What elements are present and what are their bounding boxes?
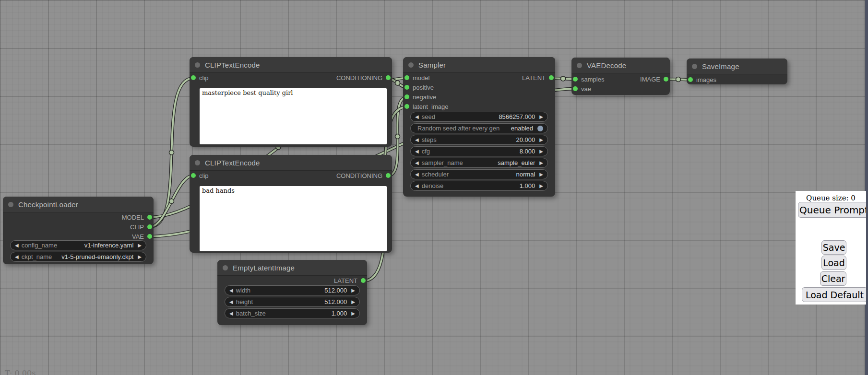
arrow-left-icon[interactable]: ◀ [415,161,419,165]
arrow-left-icon[interactable]: ◀ [229,311,233,316]
arrow-right-icon[interactable]: ▶ [351,311,355,316]
input-slot-positive[interactable]: positive [404,82,434,92]
input-slot-negative[interactable]: negative [404,92,436,102]
arrow-left-icon[interactable]: ◀ [415,149,419,154]
node-collapse-dot[interactable] [223,265,228,270]
slot-dot-icon[interactable] [404,75,409,80]
positive-prompt-textarea[interactable]: masterpiece best quality girl [200,88,387,144]
output-slot-latent[interactable]: LATENT [522,73,554,82]
slot-dot-icon[interactable] [191,173,196,178]
node-title-bar[interactable]: Sampler [403,57,555,73]
widget-seed[interactable]: ◀ seed 8566257.000 ▶ [410,112,548,122]
node-title-bar[interactable]: CheckpointLoader [3,197,154,212]
output-slot-vae[interactable]: VAE [132,232,152,241]
page-scrollbar[interactable] [865,0,868,375]
widget-scheduler[interactable]: ◀ scheduler normal ▶ [410,169,548,179]
node-title-bar[interactable]: CLIPTextEncode [190,57,392,73]
arrow-right-icon[interactable]: ▶ [539,172,543,177]
slot-dot-icon[interactable] [191,75,196,80]
input-slot-clip[interactable]: clip [191,171,209,180]
slot-dot-icon[interactable] [549,75,554,80]
input-slot-model[interactable]: model [404,73,429,82]
slot-dot-icon[interactable] [386,173,391,178]
arrow-left-icon[interactable]: ◀ [415,138,419,142]
save-button[interactable]: Save [821,240,846,255]
slot-dot-icon[interactable] [573,86,578,91]
widget-denoise[interactable]: ◀ denoise 1.000 ▶ [410,181,548,191]
output-slot-model[interactable]: MODEL [122,212,152,222]
slot-label: CONDITIONING [336,74,382,82]
node-clip-text-encode-negative[interactable]: CLIPTextEncode clip CONDITIONING bad han… [190,155,392,253]
node-title-bar[interactable]: CLIPTextEncode [190,155,392,171]
widget-sampler-name[interactable]: ◀ sampler_name sample_euler ▶ [410,158,548,168]
graph-canvas[interactable]: { "queue_panel": { "queue_size": "Queue … [0,0,868,375]
negative-prompt-textarea[interactable]: bad hands [200,186,387,251]
arrow-right-icon[interactable]: ▶ [539,115,543,119]
node-collapse-dot[interactable] [408,62,414,68]
node-empty-latent-image[interactable]: EmptyLatentImage LATENT ◀ width 512.000 … [217,260,367,325]
input-slot-vae[interactable]: vae [573,84,591,94]
widget-height[interactable]: ◀ height 512.000 ▶ [225,297,360,307]
arrow-right-icon[interactable]: ▶ [539,149,543,154]
output-slot-clip[interactable]: CLIP [130,222,152,232]
widget-steps[interactable]: ◀ steps 20.000 ▶ [410,135,548,145]
widget-batch-size[interactable]: ◀ batch_size 1.000 ▶ [225,308,360,318]
arrow-right-icon[interactable]: ▶ [539,138,543,142]
toggle-on-icon[interactable] [537,126,543,131]
slot-dot-icon[interactable] [147,234,152,239]
arrow-right-icon[interactable]: ▶ [539,184,543,188]
slot-dot-icon[interactable] [147,215,152,220]
load-button[interactable]: Load [821,256,846,270]
input-slot-samples[interactable]: samples [573,74,604,84]
node-title-bar[interactable]: EmptyLatentImage [217,260,367,276]
slot-dot-icon[interactable] [361,278,366,283]
arrow-right-icon[interactable]: ▶ [351,300,355,305]
node-collapse-dot[interactable] [692,64,697,69]
load-default-button[interactable]: Load Default [802,287,866,302]
arrow-left-icon[interactable]: ◀ [229,300,233,305]
node-collapse-dot[interactable] [8,202,13,207]
arrow-right-icon[interactable]: ▶ [351,288,355,293]
output-slot-image[interactable]: IMAGE [640,74,668,84]
slot-dot-icon[interactable] [386,75,391,80]
slot-dot-icon[interactable] [688,77,693,82]
arrow-right-icon[interactable]: ▶ [138,255,142,259]
widget-random-seed-toggle[interactable]: Random seed after every gen enabled [410,123,548,133]
arrow-left-icon[interactable]: ◀ [415,115,419,119]
output-slot-latent[interactable]: LATENT [334,276,366,285]
node-collapse-dot[interactable] [195,62,200,68]
node-title-bar[interactable]: SaveImage [687,59,787,74]
input-slot-clip[interactable]: clip [191,73,209,82]
node-vae-decode[interactable]: VAEDecode samples IMAGE vae [571,58,670,95]
arrow-right-icon[interactable]: ▶ [539,161,543,165]
arrow-left-icon[interactable]: ◀ [415,184,419,188]
node-sampler[interactable]: Sampler model LATENT positive negative l… [403,57,555,197]
arrow-left-icon[interactable]: ◀ [229,288,233,293]
arrow-left-icon[interactable]: ◀ [415,172,419,177]
queue-prompt-button[interactable]: Queue Prompt [798,202,866,218]
slot-dot-icon[interactable] [664,77,668,82]
widget-ckpt-name[interactable]: ◀ ckpt_name v1-5-pruned-emaonly.ckpt ▶ [10,252,146,262]
arrow-right-icon[interactable]: ▶ [138,243,142,248]
widget-config-name[interactable]: ◀ config_name v1-inference.yaml ▶ [10,240,146,250]
input-slot-latent-image[interactable]: latent_image [404,102,448,111]
arrow-left-icon[interactable]: ◀ [15,255,19,259]
slot-dot-icon[interactable] [573,77,578,82]
slot-dot-icon[interactable] [404,94,409,99]
slot-dot-icon[interactable] [147,224,152,229]
node-save-image[interactable]: SaveImage images [687,59,787,84]
slot-dot-icon[interactable] [404,104,409,109]
slot-dot-icon[interactable] [404,85,409,90]
input-slot-images[interactable]: images [688,75,716,84]
node-clip-text-encode-positive[interactable]: CLIPTextEncode clip CONDITIONING masterp… [190,57,392,147]
arrow-left-icon[interactable]: ◀ [15,243,19,248]
node-collapse-dot[interactable] [195,160,200,165]
output-slot-conditioning[interactable]: CONDITIONING [336,73,391,82]
widget-width[interactable]: ◀ width 512.000 ▶ [225,285,360,295]
node-title-bar[interactable]: VAEDecode [571,58,670,73]
node-checkpoint-loader[interactable]: CheckpointLoader MODEL CLIP VAE ◀ config… [3,197,154,264]
widget-cfg[interactable]: ◀ cfg 8.000 ▶ [410,146,548,156]
node-collapse-dot[interactable] [577,63,582,68]
clear-button[interactable]: Clear [820,271,846,286]
output-slot-conditioning[interactable]: CONDITIONING [336,171,391,180]
